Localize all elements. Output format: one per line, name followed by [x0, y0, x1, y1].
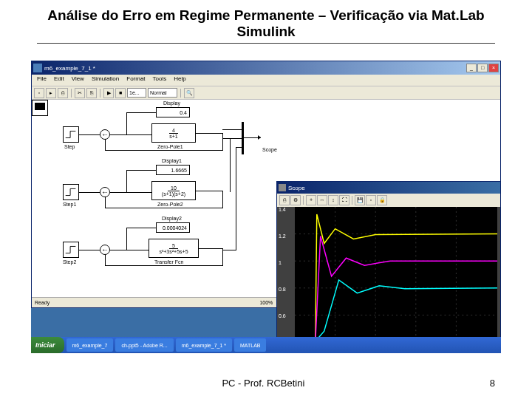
slide-title: Análise do Erro em Regime Permanente – V… [0, 0, 532, 43]
save-button[interactable]: ⎙ [58, 88, 68, 98]
sum-block-2[interactable]: +− [100, 187, 110, 197]
scope-titlebar[interactable]: Scope [277, 182, 500, 194]
wire [199, 248, 222, 249]
params-button[interactable]: ⚙ [290, 195, 301, 205]
menu-edit[interactable]: Edit [50, 75, 68, 86]
wire [222, 250, 236, 250]
start-button[interactable]: Iniciar [31, 337, 64, 353]
step-block-2[interactable] [63, 184, 79, 200]
display-1[interactable]: 0.4 [156, 107, 190, 117]
task-item[interactable]: ch-ppt5 - Adobe R... [115, 338, 173, 352]
ylabel: 0.6 [279, 313, 286, 318]
transfer-fcn-1[interactable]: 4 s+1 [151, 123, 196, 143]
scope-label: Scope [262, 147, 277, 152]
scope-window[interactable]: Scope ⎙ ⚙ + ↔ ↕ ⛶ 💾 ▫ 🔒 [276, 181, 501, 352]
stop-time-field[interactable]: 1e... [127, 88, 146, 98]
title-underline [37, 43, 495, 44]
maximize-button[interactable]: □ [477, 64, 488, 72]
task-item[interactable]: MATLAB [234, 338, 267, 352]
sum-block-1[interactable]: +− [100, 129, 110, 140]
ylabel: 1.2 [279, 233, 286, 239]
wire [236, 147, 242, 148]
display-label: Display [163, 100, 180, 106]
wire [110, 134, 151, 135]
transfer-fcn-2[interactable]: 10 (s+1)(s+2) [151, 181, 196, 200]
step-block-3[interactable] [63, 242, 79, 258]
simulink-titlebar[interactable]: m6_example_7_1 * _ □ × [32, 61, 500, 75]
zoom-button[interactable]: 🔍 [184, 88, 194, 98]
simulink-icon [33, 64, 42, 72]
wire [105, 208, 222, 208]
cut-button[interactable]: ✂ [75, 88, 85, 98]
display-2[interactable]: 1.6665 [156, 165, 190, 175]
lock-button[interactable]: 🔒 [377, 195, 387, 205]
status-zoom: 100% [259, 300, 273, 305]
display3-label: Display2 [162, 216, 182, 221]
mode-select[interactable]: Normal [148, 88, 177, 98]
zoom-x-button[interactable]: ↔ [317, 195, 327, 205]
minimize-button[interactable]: _ [466, 64, 477, 72]
mux-block[interactable] [242, 122, 244, 154]
save-axes-button[interactable]: 💾 [355, 195, 365, 205]
menu-file[interactable]: File [33, 75, 50, 86]
play-button[interactable]: ▶ [103, 88, 114, 98]
wire [105, 139, 106, 151]
tf2-label: Zero-Pole2 [157, 202, 183, 207]
page-number: 8 [490, 378, 495, 389]
wire [222, 138, 230, 139]
desktop-area: m6_example_7_1 * _ □ × File Edit View Si… [31, 61, 501, 353]
open-button[interactable]: ▸ [46, 88, 56, 98]
tf-numerator: 5 [169, 243, 178, 249]
scope-toolbar: ⎙ ⚙ + ↔ ↕ ⛶ 💾 ▫ 🔒 [277, 194, 500, 207]
menu-help[interactable]: Help [170, 75, 189, 86]
float-button[interactable]: ▫ [366, 195, 376, 205]
arrow-icon [258, 135, 261, 140]
tf-denominator: (s+1)(s+2) [159, 191, 188, 197]
print-button[interactable]: ⎙ [279, 195, 290, 205]
menu-view[interactable]: View [68, 75, 88, 86]
separator-icon [352, 196, 352, 205]
step3-label: Step2 [63, 259, 76, 265]
scope-block[interactable] [32, 100, 48, 116]
sum-block-3[interactable]: +− [100, 245, 110, 255]
scope-title: Scope [288, 185, 305, 191]
autoscale-button[interactable]: ⛶ [339, 195, 349, 205]
scope-plot [295, 207, 497, 341]
window-title: m6_example_7_1 * [44, 65, 466, 72]
tf3-label: Transfer Fcn [154, 259, 183, 265]
footer-center: PC - Prof. RCBetini [222, 378, 304, 389]
wire [126, 228, 127, 250]
scope-icon [279, 184, 286, 191]
wire [105, 197, 106, 208]
wire [126, 112, 156, 113]
wire [222, 129, 242, 130]
tf-denominator: s+1 [166, 134, 180, 139]
step-block[interactable] [63, 126, 79, 143]
copy-button[interactable]: ⎘ [86, 88, 97, 98]
display-3[interactable]: 0.0004024 [156, 222, 190, 233]
wire [222, 191, 223, 208]
task-item[interactable]: m6_example_7 [66, 338, 114, 352]
menu-format[interactable]: Format [123, 75, 149, 86]
ylabel: 1 [279, 260, 282, 265]
wire [79, 134, 100, 135]
wire [105, 150, 222, 151]
transfer-fcn-3[interactable]: 5 s³+3s²+5s+5 [149, 239, 199, 258]
close-button[interactable]: × [488, 64, 499, 72]
stop-button[interactable]: ■ [115, 88, 126, 98]
display2-label: Display1 [162, 158, 182, 163]
zoom-y-button[interactable]: ↕ [328, 195, 338, 205]
separator-icon [180, 89, 181, 98]
new-button[interactable]: ▫ [34, 88, 44, 98]
wire [222, 133, 223, 151]
zoom-in-button[interactable]: + [306, 195, 316, 205]
menu-tools[interactable]: Tools [149, 75, 171, 86]
tf-numerator: 4 [169, 128, 178, 134]
slide-footer: PC - Prof. RCBetini 8 [0, 378, 532, 389]
wire [105, 254, 106, 266]
task-item[interactable]: m6_example_7_1 * [176, 338, 232, 352]
ylabel: 1.4 [279, 207, 286, 212]
menu-simulation[interactable]: Simulation [88, 75, 123, 86]
wire [126, 112, 127, 134]
tf1-label: Zero-Pole1 [157, 144, 183, 149]
